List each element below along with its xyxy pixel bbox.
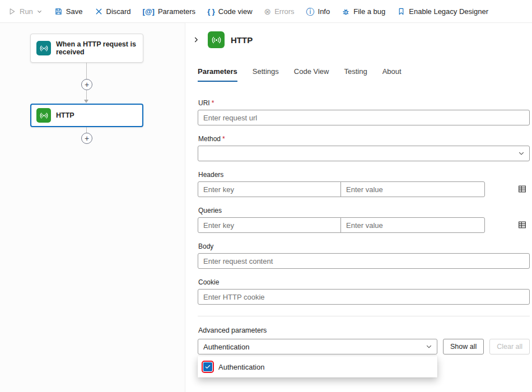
code-view-button[interactable]: { } Code view: [207, 7, 252, 16]
tab-testing[interactable]: Testing: [344, 67, 367, 82]
queries-text-mode-toggle-button[interactable]: [517, 220, 528, 230]
dropdown-item-authentication[interactable]: Authentication: [198, 358, 437, 376]
command-toolbar: Run Save Discard [@] Parameters { } Code…: [0, 0, 532, 23]
parameters-form: URI* Method* Headers: [185, 82, 532, 354]
panel-tabs: Parameters Settings Code View Testing Ab…: [198, 67, 532, 82]
http-action-panel: HTTP Parameters Settings Code View Testi…: [185, 23, 532, 392]
checkmark-icon: [204, 363, 211, 370]
code-braces-icon: { }: [207, 8, 215, 15]
body-label: Body: [198, 242, 530, 250]
vertical-dots-icon: [530, 36, 532, 44]
plus-icon: +: [85, 134, 89, 142]
save-button[interactable]: Save: [54, 7, 83, 16]
errors-label: Errors: [274, 7, 294, 16]
queries-label: Queries: [198, 206, 530, 214]
code-view-label: Code view: [218, 7, 253, 16]
method-dropdown[interactable]: [198, 146, 530, 161]
tab-settings[interactable]: Settings: [253, 67, 279, 82]
trigger-card-http-request[interactable]: When a HTTP request is received: [30, 34, 143, 63]
show-all-button[interactable]: Show all: [443, 339, 484, 354]
chevron-down-icon: [36, 8, 43, 15]
file-a-bug-label: File a bug: [353, 7, 385, 16]
info-icon: ⓘ: [306, 7, 315, 16]
collapse-panel-button[interactable]: [190, 34, 202, 45]
trigger-card-title: When a HTTP request is received: [56, 40, 137, 56]
panel-header: HTTP: [185, 23, 532, 54]
action-card-title: HTTP: [56, 111, 74, 119]
section-divider: [198, 316, 530, 316]
connector-line: [86, 127, 87, 133]
errors-icon: ⊗: [264, 7, 272, 16]
panel-title: HTTP: [231, 35, 253, 45]
advanced-parameters-combobox[interactable]: [198, 339, 437, 354]
more-options-button[interactable]: [528, 34, 532, 46]
uri-label: URI*: [198, 99, 530, 107]
queries-key-input[interactable]: [198, 217, 341, 233]
play-icon: [8, 7, 16, 16]
cookie-label: Cookie: [198, 278, 530, 286]
run-button[interactable]: Run: [8, 7, 43, 16]
queries-row: [198, 217, 530, 233]
http-action-icon: [36, 108, 51, 123]
parameters-label: Parameters: [158, 7, 195, 16]
enable-legacy-designer-label: Enable Legacy Designer: [409, 7, 488, 16]
save-icon: [54, 7, 63, 16]
table-grid-icon: [517, 220, 527, 230]
authentication-checkbox-checked[interactable]: [203, 362, 212, 371]
tab-parameters[interactable]: Parameters: [198, 67, 237, 82]
save-label: Save: [66, 7, 83, 16]
method-label: Method*: [198, 134, 530, 143]
chevron-right-icon: [192, 36, 200, 44]
discard-label: Discard: [106, 7, 131, 16]
required-asterisk: *: [222, 135, 225, 143]
bookmark-flag-icon: [397, 7, 405, 16]
insert-step-button-2[interactable]: +: [81, 133, 92, 144]
table-grid-icon: [517, 184, 527, 194]
parameters-button[interactable]: [@] Parameters: [143, 7, 196, 16]
connector-line: [86, 63, 87, 79]
advanced-parameters-label: Advanced parameters: [198, 326, 530, 335]
clear-all-button[interactable]: Clear all: [489, 339, 530, 354]
file-a-bug-button[interactable]: File a bug: [342, 7, 385, 16]
queries-value-input[interactable]: [340, 217, 485, 233]
cookie-input[interactable]: [198, 289, 530, 305]
advanced-parameters-dropdown: Authentication: [198, 356, 437, 377]
http-request-trigger-icon: [36, 41, 51, 55]
connector-arrow: [84, 100, 88, 103]
advanced-parameters-row: Authentication Show all Clear all: [198, 339, 530, 354]
headers-row: [198, 181, 530, 197]
tab-code-view[interactable]: Code View: [294, 67, 329, 82]
http-action-card-selected[interactable]: HTTP: [30, 104, 143, 127]
http-action-icon: [208, 31, 225, 48]
headers-text-mode-toggle-button[interactable]: [517, 184, 528, 194]
body-input[interactable]: [198, 253, 530, 269]
headers-key-input[interactable]: [198, 181, 341, 197]
info-button[interactable]: ⓘ Info: [306, 7, 330, 16]
enable-legacy-designer-button[interactable]: Enable Legacy Designer: [397, 7, 488, 16]
parameters-icon: [@]: [143, 8, 155, 15]
dropdown-item-label: Authentication: [218, 363, 264, 371]
bug-icon: [342, 7, 350, 16]
required-asterisk: *: [212, 99, 214, 107]
headers-value-input[interactable]: [340, 181, 485, 197]
insert-step-button-1[interactable]: +: [81, 79, 92, 90]
discard-button[interactable]: Discard: [95, 7, 131, 16]
info-label: Info: [318, 7, 330, 16]
connector-line: [86, 90, 87, 100]
headers-label: Headers: [198, 170, 530, 179]
discard-x-icon: [95, 7, 103, 16]
logic-app-designer-window: Run Save Discard [@] Parameters { } Code…: [0, 0, 532, 392]
workflow-canvas[interactable]: When a HTTP request is received + HTTP +: [0, 23, 185, 392]
errors-button[interactable]: ⊗ Errors: [264, 7, 295, 16]
run-label: Run: [20, 7, 33, 16]
plus-icon: +: [85, 81, 89, 88]
tab-about[interactable]: About: [382, 67, 402, 82]
uri-input[interactable]: [198, 110, 530, 125]
